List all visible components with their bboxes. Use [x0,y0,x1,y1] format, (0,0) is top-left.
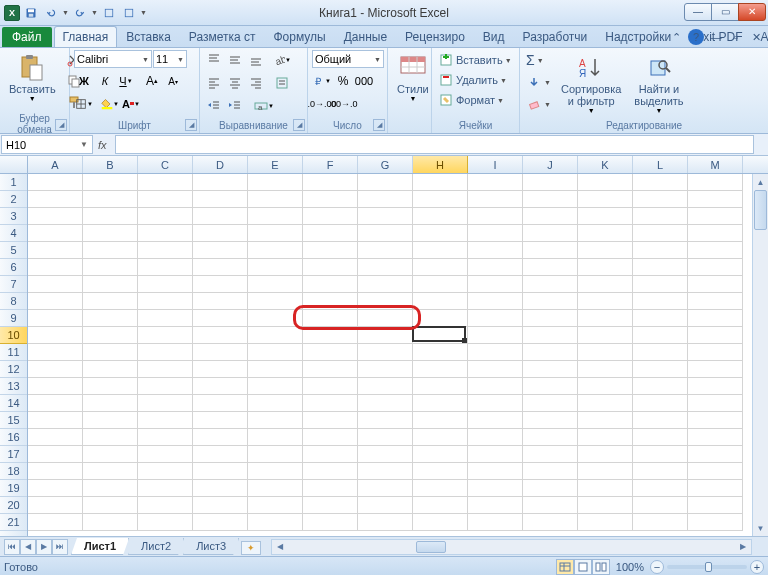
sheet-tab[interactable]: Лист1 [71,538,129,555]
cell[interactable] [468,514,523,531]
cell[interactable] [28,344,83,361]
align-center-icon[interactable] [225,73,245,93]
cell[interactable] [468,429,523,446]
percent-icon[interactable]: % [333,71,353,91]
cell[interactable] [138,276,193,293]
align-right-icon[interactable] [246,73,266,93]
row-header[interactable]: 20 [0,497,27,514]
cell[interactable] [578,208,633,225]
minimize-button[interactable]: — [684,3,712,21]
cell[interactable] [413,378,468,395]
cell[interactable] [523,378,578,395]
cell[interactable] [138,378,193,395]
scroll-down-icon[interactable]: ▼ [753,520,768,536]
cell[interactable] [83,225,138,242]
cell[interactable] [28,429,83,446]
cell[interactable] [83,395,138,412]
cell[interactable] [138,344,193,361]
cell[interactable] [248,208,303,225]
cell[interactable] [83,361,138,378]
cell[interactable] [248,327,303,344]
close-button[interactable]: ✕ [738,3,766,21]
column-header[interactable]: L [633,156,688,173]
cell[interactable] [578,225,633,242]
cell[interactable] [468,208,523,225]
cell[interactable] [138,259,193,276]
cell[interactable] [688,242,743,259]
cell[interactable] [138,293,193,310]
select-all-corner[interactable] [0,156,28,173]
cell[interactable] [28,378,83,395]
cell[interactable] [193,514,248,531]
cell[interactable] [523,480,578,497]
cell[interactable] [578,310,633,327]
tab-insert[interactable]: Вставка [117,26,180,47]
cell[interactable] [523,429,578,446]
underline-icon[interactable]: Ч▼ [116,71,136,91]
zoom-in-button[interactable]: + [750,560,764,574]
font-launcher[interactable]: ◢ [185,119,197,131]
cell[interactable] [83,174,138,191]
cell[interactable] [193,310,248,327]
cell[interactable] [248,344,303,361]
cell[interactable] [688,225,743,242]
cell[interactable] [578,463,633,480]
sheet-nav-prev[interactable]: ◀ [20,539,36,555]
cell[interactable] [468,327,523,344]
cell[interactable] [28,395,83,412]
cell[interactable] [578,276,633,293]
cell[interactable] [138,412,193,429]
cell[interactable] [633,395,688,412]
cell[interactable] [193,259,248,276]
cell[interactable] [633,276,688,293]
cell[interactable] [83,191,138,208]
cell[interactable] [688,429,743,446]
ribbon-minimize-icon[interactable]: ⌃ [668,29,684,45]
cell[interactable] [138,310,193,327]
align-launcher[interactable]: ◢ [293,119,305,131]
sort-filter-button[interactable]: АЯ Сортировка и фильтр ▼ [556,50,626,119]
row-header[interactable]: 9 [0,310,27,327]
cell[interactable] [523,259,578,276]
format-cells-button[interactable]: Формат▼ [436,90,515,110]
tab-dev[interactable]: Разработчи [514,26,597,47]
orientation-icon[interactable]: ab▼ [272,50,292,70]
qat-extra-icon[interactable] [100,4,118,22]
cell[interactable] [633,208,688,225]
cell[interactable] [248,174,303,191]
cell[interactable] [523,361,578,378]
tab-data[interactable]: Данные [335,26,396,47]
cell[interactable] [193,344,248,361]
cell[interactable] [83,327,138,344]
cell[interactable] [413,446,468,463]
cell[interactable] [688,276,743,293]
cell[interactable] [303,361,358,378]
cell[interactable] [28,259,83,276]
cell[interactable] [468,259,523,276]
cell[interactable] [633,480,688,497]
cell[interactable] [83,208,138,225]
cell[interactable] [303,412,358,429]
cell[interactable] [303,378,358,395]
cell[interactable] [468,225,523,242]
cell[interactable] [303,174,358,191]
cell[interactable] [358,174,413,191]
mdi-restore-icon[interactable]: ▫ [728,29,744,45]
cell[interactable] [688,310,743,327]
cell[interactable] [413,361,468,378]
scroll-up-icon[interactable]: ▲ [753,174,768,190]
clear-button[interactable]: ▼ [524,94,553,114]
cell[interactable] [413,174,468,191]
wrap-text-icon[interactable] [272,73,292,93]
cell[interactable] [688,412,743,429]
increase-indent-icon[interactable] [225,96,245,116]
cell[interactable] [578,259,633,276]
cell[interactable] [633,514,688,531]
cell[interactable] [633,463,688,480]
cell[interactable] [303,480,358,497]
number-format-combo[interactable]: Общий▼ [312,50,384,68]
cell[interactable] [248,463,303,480]
cell[interactable] [358,412,413,429]
cell[interactable] [193,242,248,259]
normal-view-icon[interactable] [556,559,574,575]
